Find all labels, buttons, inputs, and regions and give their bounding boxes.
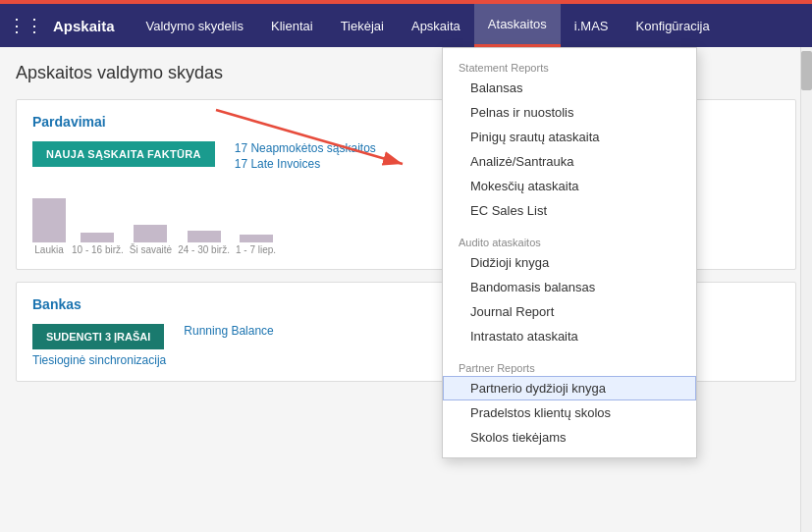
nav-tiekejai[interactable]: Tiekėjai [327, 4, 398, 47]
dropdown-menu: Statement Reports Balansas Pelnas ir nuo… [442, 47, 697, 458]
bar-label-2: Ši savaitė [130, 244, 172, 255]
dropdown-journal[interactable]: Journal Report [443, 299, 696, 324]
bar-3 [188, 231, 221, 242]
dropdown-didzioji[interactable]: Didžioji knyga [443, 250, 696, 275]
bar-2 [134, 225, 167, 242]
scrollbar[interactable] [800, 47, 812, 532]
bar-label-4: 1 - 7 liep. [236, 244, 276, 255]
bar-4 [240, 235, 273, 242]
reconcile-button[interactable]: SUDENGTI 3 ĮRAŠAI [32, 324, 164, 349]
brand-label: Apskaita [53, 18, 115, 34]
nav-konfiguracija[interactable]: Konfigūracija [623, 4, 724, 47]
scrollbar-thumb[interactable] [801, 51, 812, 90]
dropdown-partnerio[interactable]: Partnerio dydžioji knyga [443, 376, 696, 400]
dropdown-pinigu[interactable]: Pinigų srautų ataskaita [443, 125, 696, 149]
bar-col-2: Ši savaitė [130, 225, 172, 255]
main-area: Apskaitos valdymo skydas Pardavimai NAUJ… [0, 47, 812, 532]
bar-1 [81, 233, 114, 242]
dropdown-ec-sales[interactable]: EC Sales List [443, 198, 696, 223]
bar-col-0: Laukia [32, 198, 66, 255]
bar-label-1: 10 - 16 birž. [72, 244, 124, 255]
nav-klientai[interactable]: Klientai [257, 4, 327, 47]
running-balance-link[interactable]: Running Balance [184, 324, 273, 338]
nav-apskaita[interactable]: Apskaita [398, 4, 474, 47]
dropdown-analize[interactable]: Analizė/Santrauka [443, 149, 696, 174]
section1-label: Statement Reports [443, 56, 696, 76]
bar-label-0: Laukia [34, 244, 63, 255]
pardavimai-links: 17 Neapmokėtos sąskaitos 17 Late Invoice… [235, 141, 376, 173]
bar-col-4: 1 - 7 liep. [236, 235, 276, 255]
dropdown-balansas[interactable]: Balansas [443, 76, 696, 100]
dropdown-pradelstos[interactable]: Pradelstos klientų skolos [443, 400, 696, 425]
dropdown-divider-2 [443, 348, 696, 356]
dropdown-divider-1 [443, 223, 696, 231]
nav-valdymo[interactable]: Valdymo skydelis [133, 4, 257, 47]
unpaid-invoices-link[interactable]: 17 Neapmokėtos sąskaitos [235, 141, 376, 155]
new-invoice-button[interactable]: NAUJA SĄSKAITA FAKTŪRA [32, 141, 215, 167]
grid-icon[interactable]: ⋮⋮ [8, 15, 43, 36]
section2-label: Audito ataskaitos [443, 231, 696, 250]
dropdown-skolos[interactable]: Skolos tiekėjams [443, 425, 696, 450]
bar-col-3: 24 - 30 birž. [178, 231, 230, 255]
nav-ataskaitos[interactable]: Ataskaitos [474, 4, 561, 47]
bar-label-3: 24 - 30 birž. [178, 244, 230, 255]
main-nav: Valdymo skydelis Klientai Tiekėjai Apska… [133, 4, 724, 47]
topbar: ⋮⋮ Apskaita Valdymo skydelis Klientai Ti… [0, 4, 812, 47]
late-invoices-link[interactable]: 17 Late Invoices [235, 157, 376, 171]
nav-imas[interactable]: i.MAS [561, 4, 623, 47]
bar-0 [32, 198, 66, 242]
dropdown-mokesciu[interactable]: Mokesčių ataskaita [443, 174, 696, 198]
dropdown-intrastato[interactable]: Intrastato ataskaita [443, 324, 696, 348]
dropdown-pelnas[interactable]: Pelnas ir nuostolis [443, 100, 696, 125]
section3-label: Partner Reports [443, 356, 696, 376]
bar-col-1: 10 - 16 birž. [72, 233, 124, 255]
dropdown-bandomasis[interactable]: Bandomasis balansas [443, 275, 696, 299]
